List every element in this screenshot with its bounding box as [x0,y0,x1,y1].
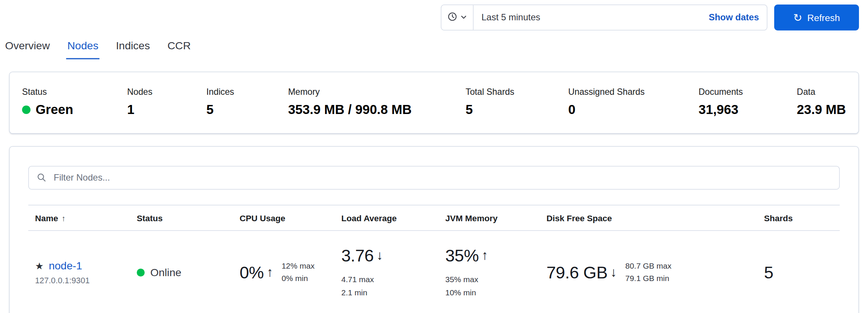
load-average-value: 3.76 [341,246,374,265]
summary-nodes: Nodes 1 [127,87,152,117]
sort-ascending-icon: ↑ [61,214,66,223]
summary-label: Memory [288,87,412,97]
summary-value: 353.9 MB / 990.8 MB [288,102,412,118]
cpu-usage-cell: 0% ↑ 12% max 0% min [233,260,335,284]
node-name-link[interactable]: node-1 [49,260,82,272]
column-header-jvm-memory[interactable]: JVM Memory [439,205,540,230]
trend-up-icon: ↑ [481,248,488,263]
trend-down-icon: ↓ [376,248,383,263]
jvm-memory-cell: 35% ↑ 35% max 10% min [439,246,540,299]
disk-free-space-value: 79.6 GB [547,263,608,282]
show-dates-link[interactable]: Show dates [709,12,767,23]
disk-free-space-cell: 79.6 GB ↓ 80.7 GB max 79.1 GB min [540,260,758,284]
chevron-down-icon [461,12,467,23]
summary-value: Green [36,102,73,118]
summary-value: 5 [206,102,234,118]
refresh-button-label: Refresh [807,12,840,23]
summary-value: 31,963 [698,102,743,118]
load-average-cell: 3.76 ↓ 4.71 max 2.1 min [335,246,439,299]
summary-label: Status [22,87,73,97]
summary-indices: Indices 5 [206,87,234,117]
time-range-label[interactable]: Last 5 minutes [474,12,540,23]
disk-free-space-minmax: 80.7 GB max 79.1 GB min [625,260,672,284]
jvm-memory-minmax: 35% max 10% min [445,273,540,299]
summary-value: 5 [466,102,514,118]
tab-overview[interactable]: Overview [4,40,51,59]
refresh-icon: ↻ [793,12,802,23]
summary-label: Nodes [127,87,152,97]
nodes-panel: Name ↑ Status CPU Usage Load Average JVM… [9,146,859,313]
cpu-usage-value: 0% [240,263,264,282]
tab-indices[interactable]: Indices [115,40,151,59]
node-status-cell: Online [130,266,233,278]
summary-documents: Documents 31,963 [698,87,743,117]
summary-label: Unassigned Shards [568,87,645,97]
toolbar: Last 5 minutes Show dates ↻ Refresh [0,0,868,30]
filter-nodes [28,166,840,190]
column-header-status[interactable]: Status [130,205,233,230]
time-picker: Last 5 minutes Show dates [441,5,767,30]
tab-ccr[interactable]: CCR [166,40,192,59]
summary-value: 0 [568,102,645,118]
column-header-shards[interactable]: Shards [757,205,840,230]
cluster-summary-panel: Status Green Nodes 1 Indices 5 Memory 35… [9,72,859,134]
tab-bar: Overview Nodes Indices CCR [0,30,868,59]
cpu-usage-minmax: 12% max 0% min [281,260,315,284]
monitoring-page: Last 5 minutes Show dates ↻ Refresh Over… [0,0,868,313]
summary-value: 23.9 MB [797,102,846,118]
summary-label: Indices [206,87,234,97]
column-header-name[interactable]: Name ↑ [28,205,130,230]
column-header-load-average[interactable]: Load Average [335,205,439,230]
summary-label: Documents [698,87,743,97]
summary-total-shards: Total Shards 5 [466,87,514,117]
nodes-table: Name ↑ Status CPU Usage Load Average JVM… [28,205,840,313]
nodes-table-header: Name ↑ Status CPU Usage Load Average JVM… [28,205,840,231]
clock-icon [448,12,457,24]
summary-data: Data 23.9 MB [797,87,846,117]
time-quick-select-button[interactable] [442,5,474,30]
node-status-label: Online [150,266,181,278]
trend-down-icon: ↓ [610,265,617,280]
load-average-minmax: 4.71 max 2.1 min [341,273,439,299]
summary-label: Data [797,87,846,97]
status-green-dot [22,106,31,114]
filter-nodes-input[interactable] [28,166,840,190]
node-transport-address: 127.0.0.1:9301 [35,276,130,285]
summary-unassigned-shards: Unassigned Shards 0 [568,87,645,117]
column-header-cpu-usage[interactable]: CPU Usage [233,205,335,230]
jvm-memory-value: 35% [445,246,479,265]
online-green-dot [137,268,145,276]
summary-label: Total Shards [466,87,514,97]
table-row: ★ node-1 127.0.0.1:9301 Online 0% ↑ 12% … [28,231,840,313]
column-header-disk-free-space[interactable]: Disk Free Space [540,205,758,230]
shards-count-cell: 5 [757,263,840,282]
master-node-star-icon: ★ [35,261,44,271]
search-icon [37,173,47,182]
trend-up-icon: ↑ [267,265,273,280]
refresh-button[interactable]: ↻ Refresh [774,5,859,30]
summary-value: 1 [127,102,152,118]
node-name-cell: ★ node-1 127.0.0.1:9301 [28,260,130,285]
tab-nodes[interactable]: Nodes [66,40,99,59]
summary-memory: Memory 353.9 MB / 990.8 MB [288,87,412,117]
summary-status: Status Green [22,87,73,117]
